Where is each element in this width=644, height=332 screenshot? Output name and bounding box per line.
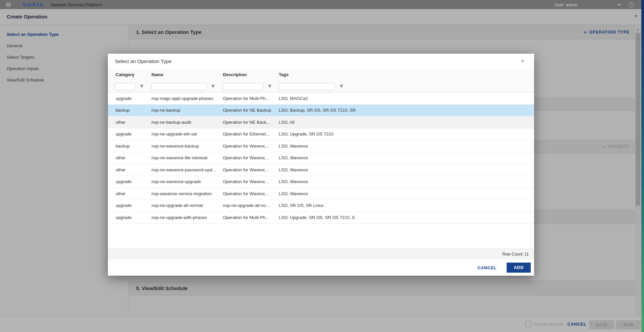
filter-cell-description [223,83,279,90]
cell-name: nsp-ne-wavence-file-retrieval [151,155,223,160]
help-icon[interactable]: ? [629,2,634,7]
table-row[interactable]: upgradensp-ne-upgrade-with-phasesOperati… [108,212,534,224]
category-filter-input[interactable] [115,83,135,90]
table-row[interactable]: othernsp-ne-backup-auditOperation for NE… [108,116,534,128]
button-label: OPERATION TYPE [589,30,630,35]
table-row[interactable]: othernsp-ne-wavence-password-upd...Opera… [108,164,534,176]
filter-cell-name [151,83,223,90]
cell-description: Operation for Multi-Ph... [223,215,279,220]
save-button[interactable]: SAVE [589,320,614,329]
filter-cell-category [116,83,151,90]
user-menu-label[interactable]: User: admin [554,2,578,7]
close-icon[interactable]: × [521,58,524,64]
cell-tags: LSO, Upgrade, SR OS 7210 [279,131,534,136]
cell-name: nsp-wavence-service-migration [151,191,223,196]
sidebar-item[interactable]: General [0,40,128,52]
run-button[interactable]: RUN [616,320,641,329]
table-row[interactable]: othernsp-ne-wavence-file-retrievalOperat… [108,152,534,164]
filter-icon[interactable] [140,85,144,89]
cell-category: upgrade [116,179,151,184]
cell-category: upgrade [116,215,151,220]
cell-description: Operation for Multi-Ph... [223,96,279,101]
filter-icon[interactable] [339,85,343,89]
hamburger-menu-icon[interactable] [6,3,11,6]
cell-tags: LSO, SR OS, SR Linux [279,203,534,208]
main-scrollbar[interactable]: ▲ [635,25,641,317]
cell-name: nsp-ne-upgrade-eth-sat [151,131,223,136]
close-icon[interactable]: × [634,13,637,19]
cell-name: nsp-ne-wavence-backup [151,144,223,149]
cell-category: upgrade [116,203,151,208]
cell-name: nsp-ne-wavence-upgrade [151,179,223,184]
cell-description: Operation for Wavenc... [223,155,279,160]
cell-category: upgrade [116,131,151,136]
filter-row [108,80,534,92]
sidebar-item[interactable]: Select an Operation Type [0,29,128,40]
cell-tags: LSO, Wavence [279,155,534,160]
column-header[interactable]: Tags [279,72,534,77]
table-row[interactable]: upgradensp-ne-wavence-upgradeOperation f… [108,176,534,188]
button-label: TARGETS [608,144,630,149]
cell-description: nsp-ne-upgrade-all-no... [223,203,279,208]
table-row[interactable]: upgradensp-ne-upgrade-eth-satOperation f… [108,128,534,141]
table-header: CategoryNameDescriptionTags [108,69,534,93]
cancel-button[interactable]: CANCEL [477,265,497,270]
section-header-operation-type: 1. Select an Operation Type + OPERATION … [129,25,641,39]
filter-icon[interactable] [211,85,215,89]
page-title: Create Operation [7,14,48,19]
cell-description: Operation for NE Backup [223,108,279,113]
cell-description: Operation for Wavenc... [223,191,279,196]
product-title: Network Services Platform [51,2,102,7]
table-status-bar: Row Count: 11 [108,248,534,260]
plus-icon: + [584,29,587,35]
column-header-row: CategoryNameDescriptionTags [108,69,534,80]
cell-name: nsp-ne-backup-audit [151,120,223,125]
table-row[interactable]: backupnsp-ne-wavence-backupOperation for… [108,140,534,152]
cancel-button[interactable]: CANCEL [567,322,586,327]
cell-tags: LSO, Wavence [279,191,534,196]
cell-description: Operation for Wavenc... [223,144,279,149]
dialog-footer: CANCEL ADD [108,260,534,276]
cell-category: backup [116,144,151,149]
add-targets-button[interactable]: + TARGETS [602,144,630,150]
create-another-label: Create Another [534,322,563,327]
table-row[interactable]: upgradensp-magc-appl-upgrade-phasesOpera… [108,93,534,105]
bottom-action-bar: Create Another CANCEL SAVE RUN [0,317,641,332]
cell-category: upgrade [116,96,151,101]
filter-icon[interactable] [268,85,272,89]
cell-description: Operation for Wavenc... [223,167,279,172]
cell-tags: LSO, Backup, SR OS, SR OS 7210, SR [279,108,534,113]
table-row[interactable]: upgradensp-ne-upgrade-all-normalnsp-ne-u… [108,200,534,212]
cell-category: other [116,120,151,125]
filter-cell-tags [279,83,534,90]
tags-filter-input[interactable] [279,83,335,90]
nokia-logo: NOKIA [23,2,44,7]
column-header[interactable]: Category [116,72,151,77]
cell-category: other [116,167,151,172]
scrollbar-thumb[interactable] [636,33,640,206]
cell-tags: LSO, All [279,120,534,125]
cell-tags: LSO, Wavence [279,167,534,172]
column-header[interactable]: Name [151,72,223,77]
name-filter-input[interactable] [151,83,207,90]
cell-tags: LSO, MAGCa2 [279,96,534,101]
description-filter-input[interactable] [223,83,263,90]
table-row[interactable]: backupnsp-ne-backupOperation for NE Back… [108,105,534,117]
create-another-checkbox[interactable] [525,321,531,327]
table-row[interactable]: othernsp-wavence-service-migrationOperat… [108,188,534,200]
cell-name: nsp-ne-backup [151,108,223,113]
add-operation-type-button[interactable]: + OPERATION TYPE [584,29,630,35]
app-edge-gradient [641,0,644,332]
column-header[interactable]: Description [223,72,279,77]
cell-category: backup [116,108,151,113]
cell-name: nsp-ne-wavence-password-upd... [151,167,223,172]
cell-tags: LSO, Wavence [279,179,534,184]
dialog-title: Select an Operation Type [115,58,172,64]
cell-name: nsp-magc-appl-upgrade-phases [151,96,223,101]
cell-description: Operation for Ethernet... [223,131,279,136]
add-button[interactable]: ADD [507,263,531,273]
chevron-down-icon[interactable] [618,4,621,6]
cell-name: nsp-ne-upgrade-with-phases [151,215,223,220]
scroll-up-icon[interactable]: ▲ [636,28,639,31]
cell-tags: LSO, Wavence [279,144,534,149]
